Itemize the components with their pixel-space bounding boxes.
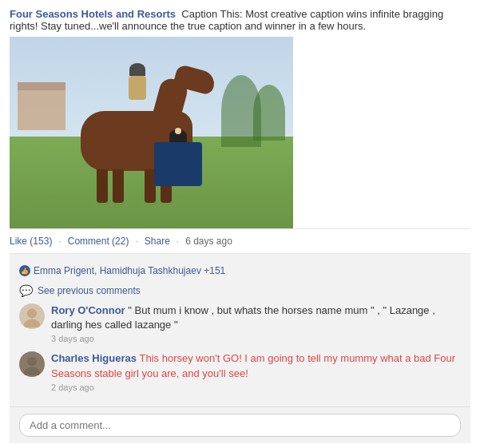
separator2: · xyxy=(135,236,137,247)
see-previous-label: See previous comments xyxy=(38,285,141,296)
comment-bubble-icon: 💬 xyxy=(19,284,33,297)
thumb-up-icon: 👍 xyxy=(19,265,30,276)
horse-leg1 xyxy=(97,169,108,203)
standing-body xyxy=(154,142,202,186)
rider-body xyxy=(129,76,146,100)
separator3: · xyxy=(177,236,179,247)
svg-point-4 xyxy=(27,357,37,367)
horse-leg2 xyxy=(113,169,124,203)
comment-row-charles: Charles Higueras This horsey won't GO! I… xyxy=(19,351,461,391)
post-time: 6 days ago xyxy=(185,236,232,247)
avatar-charles xyxy=(19,351,45,377)
likers-link[interactable]: Emma Prigent, Hamidhuja Tashkhujaev +151 xyxy=(34,265,225,276)
comment-count: 22 xyxy=(115,236,125,247)
comment-body-charles: Charles Higueras This horsey won't GO! I… xyxy=(51,351,461,391)
add-comment-section xyxy=(10,406,470,443)
comment-text-rory: Rory O'Connor " But mum i know , but wha… xyxy=(51,304,435,331)
add-comment-input[interactable] xyxy=(19,414,461,437)
share-button[interactable]: Share xyxy=(145,236,170,247)
standing-person xyxy=(154,129,202,186)
avatar-rory xyxy=(19,303,45,329)
rider-on-horse xyxy=(129,63,146,100)
separator1: · xyxy=(58,236,61,247)
post-header: Four Seasons Hotels and Resorts Caption … xyxy=(10,8,470,32)
comment-row: Rory O'Connor " But mum i know , but wha… xyxy=(19,303,461,343)
rider-helmet xyxy=(129,63,145,76)
comment-time-charles: 2 days ago xyxy=(51,383,461,392)
post-actions: Like (153) · Comment (22) · Share · 6 da… xyxy=(10,228,470,254)
page-name-link[interactable]: Four Seasons Hotels and Resorts xyxy=(10,8,176,20)
like-button[interactable]: Like (153) xyxy=(10,236,52,247)
like-label: Like xyxy=(10,236,27,247)
commenter-name-charles[interactable]: Charles Higueras xyxy=(51,352,137,364)
background-building xyxy=(18,90,65,130)
comment-text-charles: Charles Higueras This horsey won't GO! I… xyxy=(51,352,455,379)
post-image xyxy=(10,37,293,228)
comment-button[interactable]: Comment (22) xyxy=(68,236,129,247)
likes-summary: 👍 Emma Prigent, Hamidhuja Tashkhujaev +1… xyxy=(19,260,461,281)
post-container: Four Seasons Hotels and Resorts Caption … xyxy=(0,0,480,443)
comment-body-rory: Rory O'Connor " But mum i know , but wha… xyxy=(51,303,461,343)
like-count: 153 xyxy=(33,236,49,247)
comment-time-rory: 3 days ago xyxy=(51,334,461,343)
svg-point-1 xyxy=(27,308,37,318)
commenter-name-rory[interactable]: Rory O'Connor xyxy=(51,304,125,316)
comments-section: 👍 Emma Prigent, Hamidhuja Tashkhujaev +1… xyxy=(10,254,470,406)
comment-label: Comment xyxy=(68,236,109,247)
see-previous-comments[interactable]: 💬 See previous comments xyxy=(19,281,461,303)
